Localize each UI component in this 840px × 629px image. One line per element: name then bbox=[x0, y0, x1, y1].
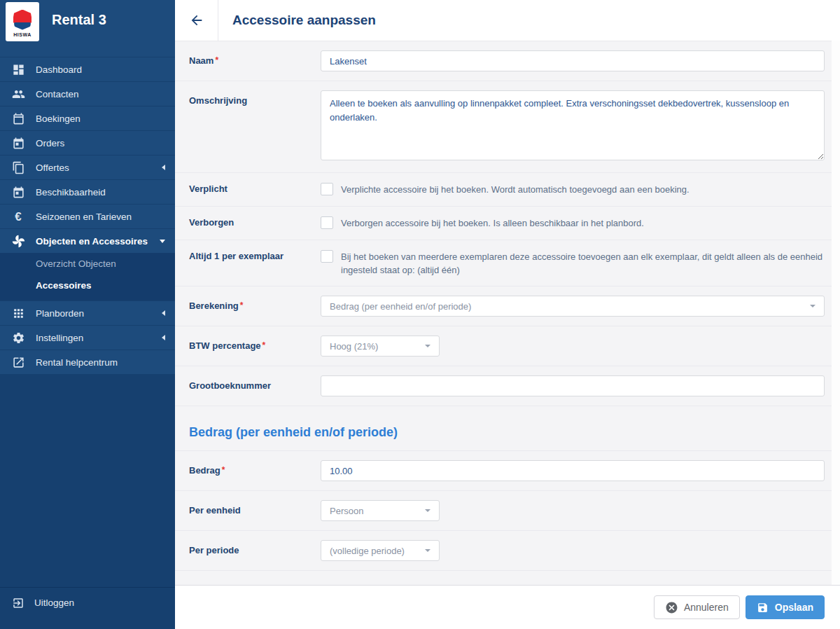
sidebar-spacer bbox=[0, 41, 175, 57]
form-row-bedrag: Bedrag* bbox=[175, 451, 832, 491]
sidebar: HISWA Rental 3 Dashboard Contacten Boeki… bbox=[0, 0, 175, 629]
form-row-naam: Naam* bbox=[175, 41, 832, 81]
sidebar-item-label: Orders bbox=[36, 138, 165, 148]
field-label: Berekening* bbox=[189, 296, 321, 317]
sidebar-item-label: Objecten en Accessoires bbox=[36, 236, 160, 247]
btw-selected-value: Hoog (21%) bbox=[330, 341, 418, 352]
form-row-verplicht: Verplicht Verplichte accessoire bij het … bbox=[175, 173, 832, 207]
scrollbar-track[interactable] bbox=[832, 41, 840, 585]
chevron-left-icon bbox=[162, 165, 165, 170]
sidebar-item-label: Rental helpcentrum bbox=[36, 357, 165, 368]
required-asterisk: * bbox=[215, 55, 218, 65]
form-footer: Annuleren Opslaan bbox=[175, 585, 840, 629]
sidebar-item-boekingen[interactable]: Boekingen bbox=[0, 106, 175, 130]
page-title: Accessoire aanpassen bbox=[218, 13, 376, 28]
per-eenheid-select[interactable]: Persoon bbox=[321, 500, 440, 521]
form-row-per-periode: Per periode (volledige periode) bbox=[175, 531, 832, 571]
grid-apps-icon bbox=[11, 306, 25, 320]
sidebar-subitem-overzicht-objecten[interactable]: Overzicht Objecten bbox=[0, 253, 175, 275]
verborgen-checkbox[interactable] bbox=[321, 216, 333, 229]
calendar-check-icon bbox=[11, 185, 25, 199]
required-asterisk: * bbox=[222, 465, 225, 475]
logo-blue-shape bbox=[14, 22, 31, 30]
main-area: Accessoire aanpassen Naam* Omschrijving … bbox=[175, 0, 840, 629]
cancel-button[interactable]: Annuleren bbox=[654, 595, 740, 619]
arrow-left-icon bbox=[189, 13, 204, 28]
content-wrap: Naam* Omschrijving Alleen te boeken als … bbox=[175, 41, 840, 585]
cancel-label: Annuleren bbox=[684, 602, 729, 613]
field-label: Altijd 1 per exemplaar bbox=[189, 249, 321, 277]
required-asterisk: * bbox=[240, 300, 244, 310]
chevron-down-icon bbox=[425, 549, 430, 552]
verplicht-checkbox[interactable] bbox=[321, 183, 333, 195]
chevron-down-icon bbox=[810, 305, 816, 307]
back-button[interactable] bbox=[175, 0, 218, 41]
gear-icon bbox=[11, 331, 25, 345]
altijd-1-per-exemplaar-checkbox[interactable] bbox=[321, 250, 333, 263]
propeller-icon bbox=[11, 234, 25, 248]
people-icon bbox=[11, 87, 25, 101]
verplicht-description: Verplichte accessoire bij het boeken. Wo… bbox=[341, 182, 690, 197]
hiswa-logo: HISWA bbox=[6, 2, 39, 41]
sidebar-item-instellingen[interactable]: Instellingen bbox=[0, 325, 175, 350]
field-label: Per eenheid bbox=[189, 500, 321, 521]
sidebar-item-seizoenen[interactable]: € Seizoenen en Tarieven bbox=[0, 204, 175, 228]
chevron-down-icon bbox=[425, 345, 430, 347]
form-row-grootboeknummer: Grootboeknummer bbox=[175, 366, 832, 406]
sidebar-header: HISWA Rental 3 bbox=[0, 0, 175, 41]
grootboeknummer-input[interactable] bbox=[321, 375, 825, 396]
altijd-description: Bij het boeken van meerdere exemplaren d… bbox=[341, 249, 825, 277]
logout-label: Uitloggen bbox=[34, 596, 74, 608]
field-label: Verplicht bbox=[189, 182, 321, 197]
sidebar-item-planborden[interactable]: Planborden bbox=[0, 300, 175, 325]
sidebar-submenu: Overzicht Objecten Accessoires bbox=[0, 253, 175, 300]
sidebar-item-label: Seizoenen en Tarieven bbox=[36, 212, 165, 222]
section-bedrag: Bedrag (per eenheid en/of periode) bbox=[175, 406, 832, 451]
dashboard-icon bbox=[11, 62, 25, 76]
sidebar-subitem-accessoires[interactable]: Accessoires bbox=[0, 275, 175, 296]
form-row-per-eenheid: Per eenheid Persoon bbox=[175, 491, 832, 531]
logout-button[interactable]: Uitloggen bbox=[0, 587, 175, 629]
berekening-select[interactable]: Bedrag (per eenheid en/of periode) bbox=[321, 296, 825, 317]
sidebar-item-label: Boekingen bbox=[36, 113, 165, 124]
external-link-icon bbox=[11, 355, 25, 369]
sidebar-item-objecten-accessoires[interactable]: Objecten en Accessoires bbox=[0, 228, 175, 253]
btw-percentage-select[interactable]: Hoog (21%) bbox=[321, 336, 440, 357]
app-title: Rental 3 bbox=[52, 12, 106, 28]
field-label: BTW percentage* bbox=[189, 336, 321, 357]
field-label: Grootboeknummer bbox=[189, 375, 321, 396]
chevron-down-icon bbox=[425, 509, 430, 512]
sidebar-item-contacten[interactable]: Contacten bbox=[0, 81, 175, 106]
field-label: Bedrag* bbox=[189, 460, 321, 481]
form: Naam* Omschrijving Alleen te boeken als … bbox=[175, 41, 832, 585]
required-asterisk: * bbox=[262, 340, 266, 350]
form-row-btw-percentage: BTW percentage* Hoog (21%) bbox=[175, 326, 832, 366]
sidebar-item-label: Offertes bbox=[36, 163, 162, 173]
sidebar-filler bbox=[0, 374, 175, 587]
chevron-down-icon bbox=[160, 240, 165, 243]
bedrag-input[interactable] bbox=[321, 460, 825, 481]
logo-text: HISWA bbox=[13, 32, 31, 37]
sidebar-item-beschikbaarheid[interactable]: Beschikbaarheid bbox=[0, 179, 175, 204]
omschrijving-textarea[interactable]: Alleen te boeken als aanvulling op linne… bbox=[321, 90, 825, 160]
form-row-verborgen: Verborgen Verborgen accessoire bij het b… bbox=[175, 207, 832, 240]
sidebar-item-label: Contacten bbox=[36, 89, 165, 99]
form-row-omschrijving: Omschrijving Alleen te boeken als aanvul… bbox=[175, 81, 832, 173]
sidebar-item-helpcentrum[interactable]: Rental helpcentrum bbox=[0, 350, 175, 374]
copy-icon bbox=[11, 160, 25, 174]
section-title: Bedrag (per eenheid en/of periode) bbox=[189, 425, 818, 440]
naam-input[interactable] bbox=[321, 50, 825, 71]
per-periode-selected-value: (volledige periode) bbox=[330, 546, 418, 556]
sidebar-item-dashboard[interactable]: Dashboard bbox=[0, 57, 175, 81]
form-row-altijd-1-per-exemplaar: Altijd 1 per exemplaar Bij het boeken va… bbox=[175, 240, 832, 287]
logout-icon bbox=[11, 596, 25, 610]
sidebar-subitem-label: Accessoires bbox=[36, 280, 92, 291]
save-button[interactable]: Opslaan bbox=[746, 595, 825, 619]
verborgen-description: Verborgen accessoire bij het boeken. Is … bbox=[341, 216, 644, 230]
per-eenheid-selected-value: Persoon bbox=[330, 506, 418, 516]
per-periode-select[interactable]: (volledige periode) bbox=[321, 540, 440, 561]
cancel-circle-icon bbox=[665, 601, 678, 614]
sidebar-item-orders[interactable]: Orders bbox=[0, 130, 175, 155]
sidebar-item-offertes[interactable]: Offertes bbox=[0, 155, 175, 179]
chevron-left-icon bbox=[162, 335, 165, 340]
